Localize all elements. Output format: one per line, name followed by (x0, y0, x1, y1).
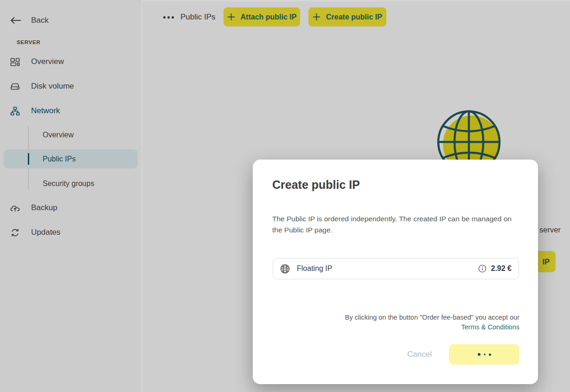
cancel-button[interactable]: Cancel (404, 349, 435, 360)
dialog-description: The Public IP is ordered independently. … (272, 213, 522, 236)
terms-notice: By clicking on the button "Order fee-bas… (278, 313, 519, 332)
globe-icon (280, 264, 290, 274)
loading-dot (484, 353, 486, 355)
server-network-page: Back SERVER Overview (0, 0, 570, 392)
ip-type-label: Floating IP (297, 264, 332, 273)
terms-and-conditions-link[interactable]: Terms & Conditions (278, 322, 519, 332)
ip-type-select[interactable]: Floating IP 2.92 € (273, 258, 519, 279)
order-fee-based-button-loading[interactable] (449, 344, 519, 365)
terms-text: By clicking on the button "Order fee-bas… (345, 314, 519, 321)
dialog-title: Create public IP (272, 178, 360, 192)
dialog-footer: Cancel (404, 344, 519, 365)
create-public-ip-dialog: Create public IP The Public IP is ordere… (253, 160, 538, 384)
loading-dot (489, 353, 491, 356)
ip-price: 2.92 € (491, 264, 512, 273)
info-icon[interactable] (478, 264, 487, 273)
loading-dot (478, 353, 480, 356)
